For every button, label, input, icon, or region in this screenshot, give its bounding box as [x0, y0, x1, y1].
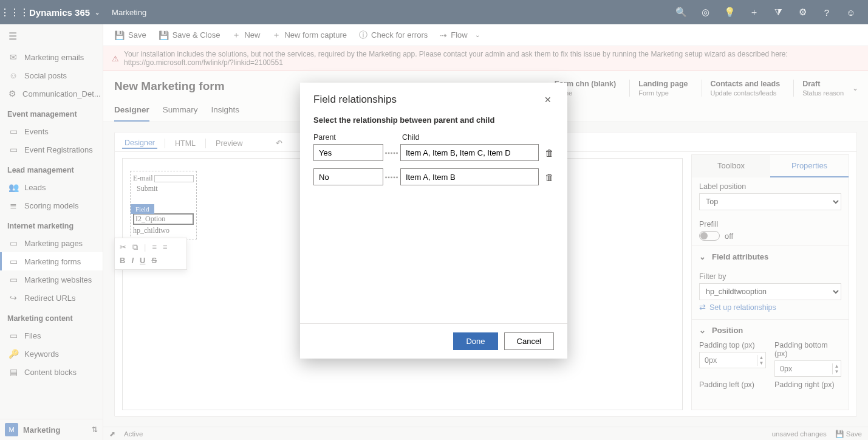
field-relationships-dialog: Field relationships ✕ Select the relatio…	[300, 83, 567, 359]
cancel-button[interactable]: Cancel	[504, 332, 554, 350]
dialog-subtitle: Select the relationship between parent a…	[313, 115, 554, 125]
done-button[interactable]: Done	[453, 332, 497, 350]
delete-row-icon[interactable]: 🗑	[545, 148, 554, 158]
parent-input[interactable]	[313, 168, 383, 185]
parent-input[interactable]	[313, 144, 383, 161]
delete-row-icon[interactable]: 🗑	[545, 172, 554, 182]
child-input[interactable]	[400, 168, 539, 185]
connector-icon: ▪▪▪▪▪	[383, 150, 400, 156]
column-child-label: Child	[402, 133, 420, 142]
child-input[interactable]	[400, 144, 539, 161]
relationship-row: ▪▪▪▪▪ 🗑	[313, 144, 554, 161]
connector-icon: ▪▪▪▪▪	[383, 174, 400, 180]
column-parent-label: Parent	[313, 133, 381, 142]
dialog-title: Field relationships	[313, 94, 397, 106]
close-icon[interactable]: ✕	[542, 94, 554, 106]
relationship-row: ▪▪▪▪▪ 🗑	[313, 168, 554, 185]
